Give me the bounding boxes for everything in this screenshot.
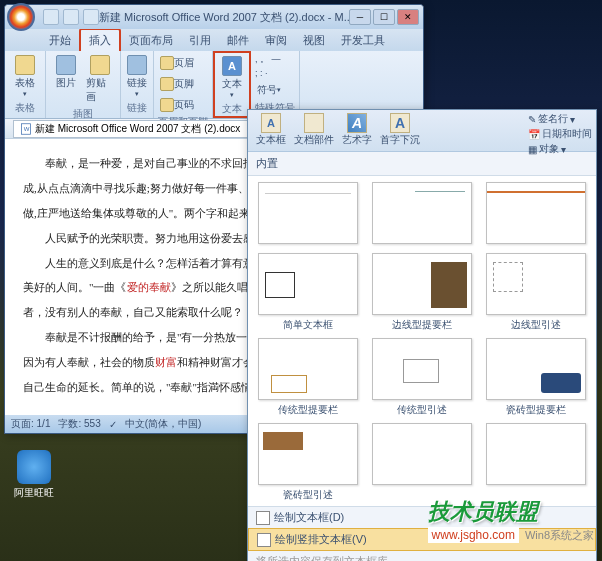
group-header-footer: 页眉 页脚 页码 页眉和页脚	[154, 51, 213, 118]
picture-button[interactable]: 图片	[50, 53, 82, 92]
tab-layout[interactable]: 页面布局	[121, 30, 181, 51]
gallery-thumb	[372, 423, 472, 485]
save-selection-menuitem[interactable]: 将所选内容保存到文本框库	[248, 551, 596, 561]
signature-button[interactable]: ✎签名行▾	[528, 112, 592, 126]
gallery-item[interactable]: 传统型引述	[368, 338, 476, 417]
wordart-icon: A	[347, 113, 367, 133]
gallery-item[interactable]: 瓷砖型引述	[254, 423, 362, 502]
qat-save-icon[interactable]	[43, 9, 59, 25]
table-button[interactable]: 表格 ▾	[9, 53, 41, 100]
chevron-down-icon: ▾	[23, 90, 27, 98]
textbox-gallery-popup: A 文本框 文档部件 A 艺术字 A 首字下沉 ✎签名行▾ 📅日期和时间 ▦对象…	[247, 109, 597, 561]
aliwangwang-icon	[17, 450, 51, 484]
maximize-button[interactable]: ☐	[373, 9, 395, 25]
gallery-item[interactable]: 边线型引述	[482, 253, 590, 332]
group-symbols: , 。 — ; : · 符号▾ 特殊符号	[251, 51, 300, 118]
group-illustrations: 图片 剪贴画 插图	[46, 51, 121, 118]
gallery-thumb	[486, 423, 586, 485]
tab-mailings[interactable]: 邮件	[219, 30, 257, 51]
gallery-thumb	[486, 338, 586, 400]
gallery-item[interactable]: 瓷砖型提要栏	[482, 338, 590, 417]
datetime-button[interactable]: 📅日期和时间	[528, 127, 592, 141]
popup-toolbar: A 文本框 文档部件 A 艺术字 A 首字下沉 ✎签名行▾ 📅日期和时间 ▦对象…	[248, 110, 596, 152]
draw-vtextbox-icon	[257, 533, 271, 547]
gallery-thumb	[258, 423, 358, 485]
gallery-item[interactable]	[482, 182, 590, 247]
watermark: 技术员联盟 www.jsgho.com Win8系统之家	[428, 497, 594, 543]
tab-insert[interactable]: 插入	[79, 28, 121, 51]
gallery-item-label: 边线型提要栏	[392, 318, 452, 332]
gallery-item[interactable]	[368, 182, 476, 247]
gallery-thumb	[258, 182, 358, 244]
pagenum-button[interactable]: 页码	[158, 95, 196, 114]
gallery-item[interactable]	[254, 182, 362, 247]
tab-view[interactable]: 视图	[295, 30, 333, 51]
status-page[interactable]: 页面: 1/1	[11, 417, 50, 431]
picture-icon	[56, 55, 76, 75]
object-button[interactable]: ▦对象▾	[528, 142, 592, 156]
pagenum-icon	[160, 98, 174, 112]
header-button[interactable]: 页眉	[158, 53, 196, 72]
gallery-thumb	[486, 253, 586, 315]
popup-dropcap-button[interactable]: A 首字下沉	[376, 112, 424, 149]
footer-icon	[160, 77, 174, 91]
gallery-item[interactable]	[482, 423, 590, 502]
clipart-button[interactable]: 剪贴画	[84, 53, 116, 106]
gallery-item-label: 传统型提要栏	[278, 403, 338, 417]
clipart-icon	[90, 55, 110, 75]
gallery-thumb	[258, 253, 358, 315]
svg-text:W: W	[24, 126, 30, 132]
qat-redo-icon[interactable]	[83, 9, 99, 25]
chevron-down-icon: ▾	[135, 90, 139, 98]
signature-icon: ✎	[528, 114, 536, 125]
desktop-shortcut[interactable]: 阿里旺旺	[14, 450, 54, 500]
gallery-thumb	[372, 338, 472, 400]
gallery-item-label: 瓷砖型提要栏	[506, 403, 566, 417]
doc-tab-item[interactable]: W 新建 Microsoft Office Word 2007 文档 (2).d…	[13, 120, 260, 138]
minimize-button[interactable]: ─	[349, 9, 371, 25]
tab-developer[interactable]: 开发工具	[333, 30, 393, 51]
popup-textbox-button[interactable]: A 文本框	[252, 112, 290, 149]
gallery-item-label: 瓷砖型引述	[283, 488, 333, 502]
tab-home[interactable]: 开始	[41, 30, 79, 51]
office-button[interactable]	[7, 3, 35, 31]
gallery-thumb	[258, 338, 358, 400]
textbox-icon: A	[261, 113, 281, 133]
table-icon	[15, 55, 35, 75]
footer-button[interactable]: 页脚	[158, 74, 196, 93]
desktop-icon-label: 阿里旺旺	[14, 486, 54, 500]
gallery-item[interactable]: 简单文本框	[254, 253, 362, 332]
gallery-item[interactable]: 边线型提要栏	[368, 253, 476, 332]
quickparts-icon	[304, 113, 324, 133]
symbols-button[interactable]: 符号▾	[255, 80, 283, 99]
link-icon	[127, 55, 147, 75]
tab-references[interactable]: 引用	[181, 30, 219, 51]
header-icon	[160, 56, 174, 70]
popup-wordart-button[interactable]: A 艺术字	[338, 112, 376, 149]
popup-quickparts-button[interactable]: 文档部件	[290, 112, 338, 149]
gallery-thumb	[486, 182, 586, 244]
window-title: 新建 Microsoft Office Word 2007 文档 (2).doc…	[99, 10, 349, 25]
gallery-item[interactable]: 传统型提要栏	[254, 338, 362, 417]
qat-undo-icon[interactable]	[63, 9, 79, 25]
gallery-thumb	[372, 253, 472, 315]
gallery-item-label: 边线型引述	[511, 318, 561, 332]
close-button[interactable]: ✕	[397, 9, 419, 25]
object-icon: ▦	[528, 144, 537, 155]
textbox-gallery: 简单文本框边线型提要栏边线型引述传统型提要栏传统型引述瓷砖型提要栏瓷砖型引述	[248, 176, 596, 506]
link-button[interactable]: 链接 ▾	[125, 53, 149, 100]
group-text-highlighted: A 文本 ▾ 文本	[213, 51, 251, 118]
gallery-thumb	[372, 182, 472, 244]
textbox-icon: A	[222, 56, 242, 76]
symbol-row[interactable]: ; : ·	[255, 68, 268, 78]
titlebar: 新建 Microsoft Office Word 2007 文档 (2).doc…	[5, 5, 423, 29]
group-links: 链接 ▾ 链接	[121, 51, 154, 118]
symbol-row[interactable]: , 。 —	[255, 53, 281, 66]
textbox-button[interactable]: A 文本 ▾	[216, 54, 248, 101]
gallery-item[interactable]	[368, 423, 476, 502]
status-lang[interactable]: 中文(简体，中国)	[125, 417, 202, 431]
quick-access-toolbar	[43, 9, 99, 25]
status-words[interactable]: 字数: 553	[58, 417, 100, 431]
tab-review[interactable]: 审阅	[257, 30, 295, 51]
status-check-icon[interactable]: ✓	[109, 419, 117, 430]
